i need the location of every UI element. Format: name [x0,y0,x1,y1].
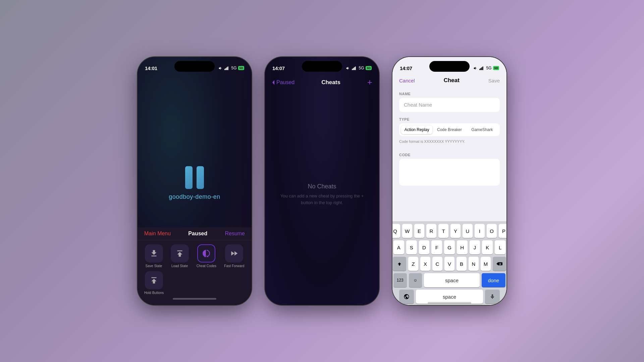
phone1-bottom-panel: Main Menu Paused Resume Save State [138,227,252,305]
key-q[interactable]: Q [392,224,400,238]
key-a[interactable]: A [393,240,404,254]
cheat-codes-icon [202,249,211,258]
key-t[interactable]: T [438,224,448,238]
key-z[interactable]: Z [408,257,418,271]
status-icons-2: 5G 5D [346,66,372,70]
load-state-icon [175,249,184,258]
code-input[interactable] [399,159,500,186]
globe-key[interactable] [399,290,414,304]
keyboard-row-1: Q W E R T Y U I O P [393,224,505,238]
cheat-form-title: Cheat [444,77,460,84]
keyboard: Q W E R T Y U I O P A S D F G [392,221,506,305]
cancel-button[interactable]: Cancel [399,78,415,83]
key-n[interactable]: N [469,257,479,271]
svg-rect-8 [480,69,480,70]
keyboard-row-3: Z X C V B N M [393,257,505,271]
pause-bar-left [185,166,193,189]
key-s[interactable]: S [406,240,417,254]
space-key[interactable]: space [424,273,480,287]
game-title: goodboy-demo-en [169,193,220,200]
key-r[interactable]: R [426,224,436,238]
cheat-codes-icon-bg [197,244,215,262]
status-icons-3: 5G 5D [473,66,499,70]
mute-icon-3 [473,66,478,70]
type-action-replay[interactable]: Action Replay [401,125,432,134]
type-gameshark[interactable]: GameShark [467,125,498,134]
cheat-form: NAME Cheat Name TYPE Action Replay Code … [392,86,506,305]
battery-3: 5D [493,66,499,70]
hold-buttons-button[interactable]: Hold Buttons [144,271,164,295]
load-state-button[interactable]: Load State [171,244,189,268]
cheat-codes-button[interactable]: Cheat Codes [197,244,216,268]
fast-forward-button[interactable]: Fast Forward [224,244,244,268]
code-label: CODE [399,153,500,157]
key-p[interactable]: P [499,224,506,238]
phone-2: 14:07 5G 5D Paused Cheats + No Cheats Yo… [265,57,379,305]
load-state-label: Load State [171,264,188,268]
save-button[interactable]: Save [488,78,500,83]
hold-buttons-label: Hold Buttons [144,291,164,295]
done-key[interactable]: done [482,273,505,287]
svg-rect-9 [481,68,481,70]
paused-label: Paused [188,231,207,237]
no-cheats-title: No Cheats [308,183,336,190]
key-o[interactable]: O [487,224,497,238]
cheat-form-nav: Cancel Cheat Save [392,74,506,86]
svg-rect-5 [353,68,354,70]
key-k[interactable]: K [482,240,493,254]
save-state-label: Save State [146,264,162,268]
delete-key[interactable] [493,257,506,271]
key-c[interactable]: C [432,257,442,271]
code-section: CODE [392,147,506,187]
key-l[interactable]: L [495,240,505,254]
key-d[interactable]: D [419,240,430,254]
dynamic-island-3 [429,61,470,72]
add-cheat-button[interactable]: + [367,77,372,87]
save-state-button[interactable]: Save State [145,244,163,268]
action-icons-row: Save State Load State [138,240,252,269]
numbers-key[interactable]: 123 [393,273,407,287]
emoji-key[interactable]: ☺ [409,273,422,287]
type-code-breaker[interactable]: Code Breaker [434,125,465,134]
battery-1: 5D [238,66,244,70]
key-f[interactable]: F [431,240,442,254]
key-e[interactable]: E [414,224,424,238]
mute-icon-2 [346,66,350,70]
status-time-2: 14:07 [272,65,285,71]
phone-3: 14:07 5G 5D Cancel Cheat Save NAME Cheat… [392,57,506,305]
key-u[interactable]: U [463,224,473,238]
svg-rect-2 [227,67,227,70]
key-y[interactable]: Y [450,224,461,238]
name-section: NAME Cheat Name [392,86,506,113]
globe-icon [404,294,410,300]
key-m[interactable]: M [481,257,491,271]
mic-icon [490,294,495,300]
key-v[interactable]: V [444,257,454,271]
key-h[interactable]: H [457,240,468,254]
save-state-icon-bg [145,244,163,262]
name-label: NAME [399,92,500,96]
network-label-3: 5G [486,66,491,70]
key-g[interactable]: G [444,240,455,254]
space-key-2[interactable]: space [416,290,483,304]
key-j[interactable]: J [470,240,480,254]
cheats-title: Cheats [321,79,340,86]
resume-button[interactable]: Resume [225,231,245,237]
type-section: TYPE Action Replay Code Breaker GameShar… [392,113,506,137]
key-i[interactable]: I [475,224,485,238]
main-menu-button[interactable]: Main Menu [144,231,171,237]
shift-key[interactable] [393,257,406,271]
svg-rect-10 [482,67,482,70]
cheats-nav: Paused Cheats + [265,74,379,90]
svg-rect-1 [226,68,226,70]
key-b[interactable]: B [457,257,467,271]
key-x[interactable]: X [420,257,430,271]
mic-key[interactable] [485,290,500,304]
svg-rect-4 [352,69,353,70]
name-input-container[interactable]: Cheat Name [399,98,500,112]
signal-icon-1 [224,66,229,70]
network-label-2: 5G [359,66,364,70]
phone-1: 14:01 5G 5D goodboy-demo-en Main Menu Pa… [138,57,252,305]
back-to-paused[interactable]: Paused [272,79,294,85]
key-w[interactable]: W [402,224,412,238]
